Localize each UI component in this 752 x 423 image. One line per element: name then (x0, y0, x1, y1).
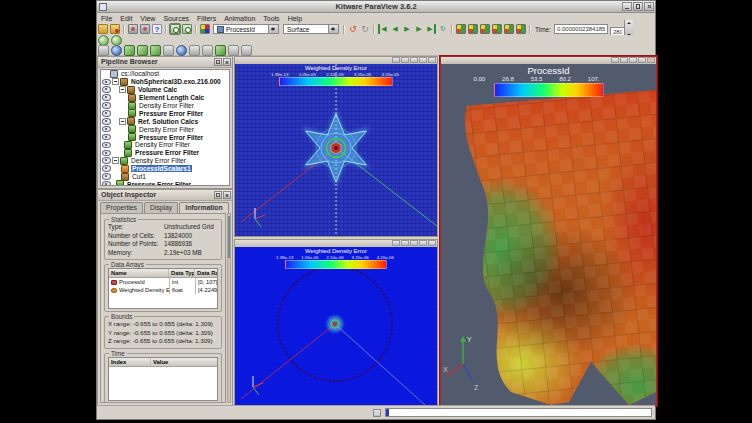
pipeline-item[interactable]: Cut1 (101, 173, 229, 181)
pipeline-item[interactable]: Element Length Calc (101, 94, 229, 102)
glyph-filter-button[interactable] (176, 45, 187, 56)
pipeline-item[interactable]: Pressure Error Filter (101, 133, 229, 141)
visibility-eye-icon[interactable] (102, 126, 111, 133)
maximize-button[interactable] (633, 2, 643, 11)
extra-filter-button[interactable] (241, 45, 252, 56)
abort-progress-button[interactable] (373, 409, 381, 417)
undo-button[interactable]: ↺ (348, 24, 358, 34)
slice-filter-button[interactable] (137, 45, 148, 56)
contour-filter-button[interactable] (111, 45, 122, 56)
camera-minus-y-button[interactable] (492, 24, 502, 34)
color-legend[interactable]: Weighted Density Error 1.39e-13 1.05e-06… (276, 248, 396, 269)
data-array-row[interactable]: Weighted Density Error float [4.22496e-1… (109, 286, 217, 294)
object-inspector-header[interactable]: Object Inspector (98, 190, 232, 201)
open-file-button[interactable] (98, 24, 108, 34)
split-horizontal-icon[interactable] (392, 240, 400, 246)
disconnect-server-button[interactable] (140, 24, 150, 34)
collapse-icon[interactable] (119, 118, 126, 125)
title-bar[interactable]: Kitware ParaView 3.6.2 (97, 1, 655, 13)
maximize-view-icon[interactable] (419, 240, 427, 246)
maximize-view-icon[interactable] (638, 57, 646, 63)
camera-plus-y-button[interactable] (480, 24, 490, 34)
pipeline-item[interactable]: Density Error Filter (101, 141, 229, 149)
help-button[interactable]: ? (152, 24, 162, 34)
camera-plus-x-button[interactable] (456, 24, 466, 34)
menu-animation[interactable]: Animation (220, 15, 259, 22)
split-horizontal-icon[interactable] (611, 57, 619, 63)
minimize-button[interactable] (622, 2, 632, 11)
visibility-eye-icon[interactable] (102, 150, 111, 157)
inspector-scrollbar[interactable] (227, 213, 231, 403)
auto-apply-button[interactable] (98, 35, 109, 46)
visibility-eye-icon[interactable] (102, 79, 111, 86)
split-vertical-icon[interactable] (620, 57, 628, 63)
representation-combo[interactable]: Surface (283, 24, 339, 34)
camera-plus-z-button[interactable] (504, 24, 514, 34)
pipeline-item[interactable]: Pressure Error Filter (101, 149, 229, 157)
column-header-value[interactable]: Value (151, 358, 217, 366)
pipeline-browser-header[interactable]: Pipeline Browser (98, 57, 232, 68)
menu-view[interactable]: View (136, 15, 159, 22)
threshold-filter-button[interactable] (150, 45, 161, 56)
save-data-button[interactable] (110, 24, 120, 34)
viewport-3d[interactable]: Weighted Density Error 1.39e-13 1.05e-05… (235, 64, 437, 236)
camera-minus-x-button[interactable] (468, 24, 478, 34)
pipeline-item[interactable]: Density Error Filter (101, 125, 229, 133)
menu-filters[interactable]: Filters (193, 15, 220, 22)
visibility-eye-icon[interactable] (102, 118, 111, 125)
undock-icon[interactable] (214, 191, 222, 199)
pipeline-item[interactable]: Pressure Error Filter (101, 180, 229, 186)
vcr-last-frame-button[interactable]: ▶ (426, 24, 436, 34)
column-header-index[interactable]: Index (109, 358, 151, 366)
vcr-next-frame-button[interactable]: ▶ (414, 24, 424, 34)
connect-server-button[interactable] (128, 24, 138, 34)
split-vertical-icon[interactable] (401, 57, 409, 63)
tab-display[interactable]: Display (144, 202, 178, 213)
stream-tracer-button[interactable] (189, 45, 200, 56)
pipeline-item[interactable]: Pressure Error Filter (101, 109, 229, 117)
vcr-first-frame-button[interactable]: ◀ (378, 24, 388, 34)
pipeline-item[interactable]: Density Error Filter (101, 157, 229, 165)
color-legend[interactable]: ProcessId 0.00 26.8 53.5 80.2 107. (474, 65, 624, 97)
menu-sources[interactable]: Sources (159, 15, 193, 22)
combo-arrows-icon[interactable] (268, 25, 278, 33)
split-vertical-icon[interactable] (401, 240, 409, 246)
detach-view-icon[interactable] (410, 240, 418, 246)
time-input[interactable] (554, 24, 608, 34)
menu-tools[interactable]: Tools (259, 15, 283, 22)
pipeline-item[interactable]: Density Error Filter (101, 102, 229, 110)
detach-view-icon[interactable] (410, 57, 418, 63)
scrollbar-thumb[interactable] (228, 216, 230, 258)
menu-edit[interactable]: Edit (116, 15, 136, 22)
select-cells-button[interactable] (170, 24, 180, 34)
pipeline-item-source[interactable]: NohSpherical3D.exo.216.000 (101, 78, 229, 86)
close-view-icon[interactable] (428, 240, 436, 246)
select-points-button[interactable] (182, 24, 192, 34)
edit-color-map-button[interactable] (200, 24, 210, 34)
visibility-eye-icon[interactable] (102, 94, 111, 101)
vcr-play-button[interactable]: ▶ (402, 24, 412, 34)
visibility-eye-icon[interactable] (102, 142, 111, 149)
viewport-3d[interactable]: Weighted Density Error 1.39e-13 1.05e-06… (235, 247, 437, 405)
column-header-range[interactable]: Data Ranges (195, 269, 217, 277)
extract-subset-button[interactable] (163, 45, 174, 56)
visibility-eye-icon[interactable] (102, 86, 111, 93)
column-header-type[interactable]: Data Type (169, 269, 195, 277)
menu-help[interactable]: Help (284, 15, 306, 22)
close-view-icon[interactable] (647, 57, 655, 63)
tab-properties[interactable]: Properties (100, 202, 143, 213)
visibility-eye-icon[interactable] (102, 173, 111, 180)
data-array-row[interactable]: ProcessId int [0, 107] (109, 278, 217, 286)
maximize-view-icon[interactable] (419, 57, 427, 63)
visibility-eye-icon[interactable] (102, 181, 111, 186)
viewport-3d[interactable]: Y X Z ProcessId 0.00 26.8 53.5 80.2 107. (441, 64, 656, 405)
calculator-filter-button[interactable] (98, 45, 109, 56)
collapse-icon[interactable] (112, 78, 119, 85)
close-button[interactable] (644, 2, 654, 11)
pipeline-item-selected[interactable]: ProcessIdScalars1 (101, 165, 229, 173)
combo-arrows-icon[interactable] (328, 25, 338, 33)
pipeline-item[interactable]: Ref. Solution Calcs (101, 117, 229, 125)
pipeline-item[interactable]: Volume Calc (101, 86, 229, 94)
visibility-eye-icon[interactable] (102, 134, 111, 141)
visibility-eye-icon[interactable] (102, 102, 111, 109)
